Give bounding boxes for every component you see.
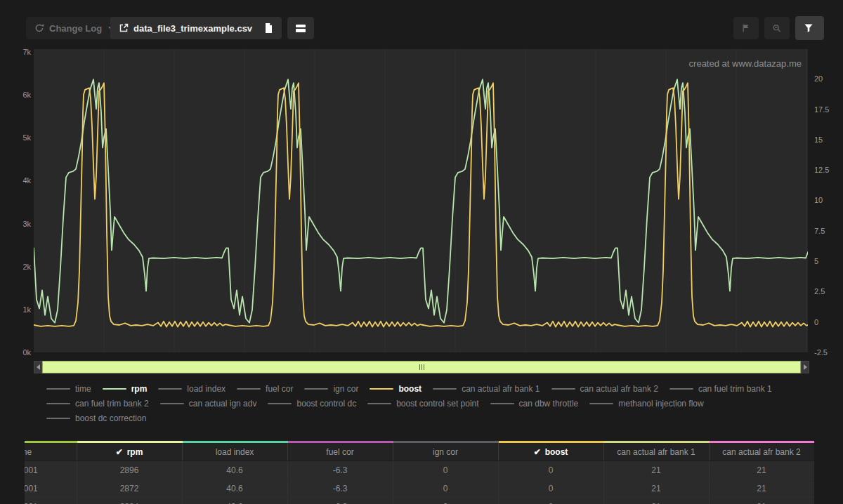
legend-item-label: can actual ign adv (189, 399, 257, 409)
legend-item-time[interactable]: time (46, 383, 91, 394)
column-header-content: can actual afr bank 1 (604, 447, 709, 457)
y-axis-right-tick-label: 0 (814, 317, 842, 327)
chart-plot-area[interactable]: created at www.datazap.me (34, 49, 808, 352)
legend-item-fuel-cor[interactable]: fuel cor (237, 383, 293, 394)
document-icon (263, 22, 273, 34)
y-axis-left-tick-label: 6k (0, 90, 31, 100)
table-cell: 21 (709, 479, 814, 498)
legend-item-label: rpm (131, 384, 148, 394)
rows-icon (295, 23, 306, 33)
legend-item-label: boost (398, 384, 422, 394)
table-cell: 0 (498, 479, 603, 498)
y-axis-left-tick-label: 4k (0, 175, 31, 185)
legend-item-ign-cor[interactable]: ign cor (304, 383, 358, 394)
y-axis-right-tick-label: 20 (814, 74, 842, 84)
table-cell: -6.3 (287, 498, 393, 504)
triangle-right-icon (804, 364, 807, 370)
filter-funnel-icon (804, 23, 813, 33)
chart-plot-svg (34, 49, 808, 352)
legend-item-label: boost dc correction (75, 413, 146, 423)
column-header-content: time (25, 447, 77, 457)
legend-item-methanol-injection-flow[interactable]: methanol injection flow (589, 398, 703, 409)
triangle-left-icon (37, 364, 40, 370)
legend-item-label: can actual afr bank 2 (580, 384, 658, 394)
table-cell: 21 (709, 461, 814, 479)
layout-rows-button[interactable] (287, 17, 314, 39)
app-root: Change Log data_file3_trimexample.csv (0, 0, 843, 504)
new-log-button[interactable] (255, 17, 282, 39)
legend-item-can-fuel-trim-bank-1[interactable]: can fuel trim bank 1 (669, 383, 772, 394)
table-cell: 0 (498, 498, 603, 504)
table-cell: 148001 (25, 479, 77, 498)
column-header-label: boost (545, 447, 568, 457)
table-cell: 0 (393, 498, 498, 504)
column-header-can-actual-afr-bank-1[interactable]: can actual afr bank 1 (603, 442, 709, 461)
y-axis-right-tick-label: -2.5 (814, 347, 842, 357)
column-header-label: ign cor (433, 447, 458, 457)
legend-item-boost-dc-correction[interactable]: boost dc correction (46, 413, 146, 424)
column-header-boost[interactable]: ✔boost (498, 442, 603, 461)
table-cell: -6.3 (287, 479, 393, 498)
table-cell: 21 (603, 479, 709, 498)
legend-item-can-dbw-throttle[interactable]: can dbw throttle (490, 398, 579, 409)
column-header-can-actual-afr-bank-2[interactable]: can actual afr bank 2 (709, 442, 814, 461)
table-cell: -6.3 (287, 461, 393, 479)
file-button[interactable]: data_file3_trimexample.csv (110, 17, 261, 39)
column-header-load-index[interactable]: load index (182, 442, 287, 461)
y-axis-right-tick-label: 10 (814, 195, 842, 205)
legend-swatch-line-icon (433, 388, 457, 390)
file-name-label: data_file3_trimexample.csv (133, 23, 252, 34)
watermark: created at www.datazap.me (689, 58, 802, 69)
legend-swatch-line-icon (237, 388, 261, 390)
column-header-fuel-cor[interactable]: fuel cor (287, 442, 393, 461)
legend-item-can-actual-ign-adv[interactable]: can actual ign adv (160, 398, 257, 409)
legend-swatch-line-icon (304, 388, 328, 390)
legend-item-boost-control-set-point[interactable]: boost control set point (367, 398, 478, 409)
table-cell: 40.6 (182, 479, 287, 498)
table-cell: 21 (709, 498, 814, 504)
legend-swatch-line-icon (367, 403, 391, 404)
y-axis-right-tick-label: 12.5 (814, 165, 842, 175)
table-row: 146001289640.6-6.3002121 (25, 461, 814, 479)
legend-item-can-fuel-trim-bank-2[interactable]: can fuel trim bank 2 (46, 398, 149, 409)
table-cell: 146001 (25, 461, 77, 479)
table-head: time✔rpmload indexfuel corign cor✔boostc… (25, 442, 814, 461)
table-cell: 2872 (77, 479, 182, 498)
legend-swatch-line-icon (490, 403, 514, 404)
legend-item-label: can fuel trim bank 2 (75, 399, 149, 409)
table-cell: 0 (393, 461, 498, 479)
legend-swatch-line-icon (46, 418, 70, 419)
legend-swatch-line-icon (669, 388, 693, 390)
export-icon (119, 23, 129, 33)
legend-item-label: load index (187, 384, 226, 394)
table-cell: 40.6 (182, 461, 287, 479)
legend-item-can-actual-afr-bank-2[interactable]: can actual afr bank 2 (551, 383, 658, 394)
y-axis-left-tick-label: 5k (0, 133, 31, 142)
column-header-label: fuel cor (326, 447, 353, 457)
legend-swatch-line-icon (46, 388, 70, 390)
legend-item-rpm[interactable]: rpm (103, 383, 148, 394)
chart-navigator (34, 361, 809, 373)
legend-swatch-line-icon (160, 403, 184, 404)
column-header-rpm[interactable]: ✔rpm (77, 442, 182, 461)
data-table-container: time✔rpmload indexfuel corign cor✔boostc… (25, 441, 814, 504)
refresh-icon (34, 23, 44, 33)
navigator-range-thumb[interactable] (42, 361, 801, 373)
change-log-button[interactable]: Change Log (26, 17, 122, 39)
column-header-ign-cor[interactable]: ign cor (393, 442, 498, 461)
legend-item-boost[interactable]: boost (370, 383, 422, 394)
legend-item-boost-control-dc[interactable]: boost control dc (268, 398, 356, 409)
filter-button[interactable] (795, 16, 824, 40)
legend-swatch-line-icon (46, 403, 70, 404)
navigator-right-arrow-button[interactable] (801, 361, 809, 373)
column-header-label: time (25, 447, 32, 457)
legend-item-can-actual-afr-bank-1[interactable]: can actual afr bank 1 (433, 383, 540, 394)
navigator-left-arrow-button[interactable] (34, 361, 42, 373)
legend-item-load-index[interactable]: load index (158, 383, 226, 394)
zoom-out-button[interactable] (764, 17, 790, 39)
change-log-label: Change Log (49, 23, 102, 34)
column-header-time[interactable]: time (25, 442, 77, 461)
check-icon: ✔ (534, 447, 541, 457)
y-axis-left-tick-label: 7k (0, 47, 31, 57)
flag-button[interactable] (733, 17, 759, 39)
